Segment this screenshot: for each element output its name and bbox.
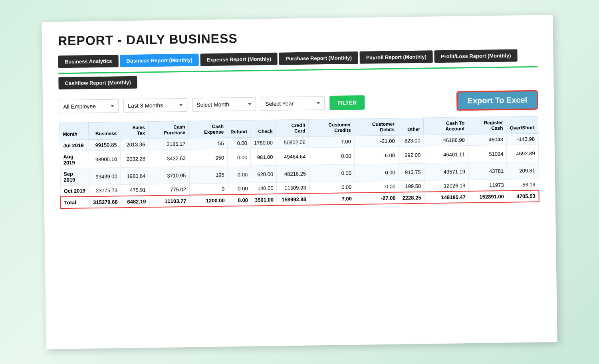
tab-expense-report[interactable]: Expense Report (Monthly) bbox=[200, 53, 278, 66]
col-cash-purchase: Cash Purchase bbox=[148, 121, 189, 138]
tabs-row1: Business Analytics Business Report (Mont… bbox=[58, 49, 538, 68]
col-month: Month bbox=[60, 123, 89, 140]
col-business: Business bbox=[89, 122, 120, 140]
year-select[interactable]: Select Year 201920202021 20222023 bbox=[261, 96, 325, 111]
tabs-row2: Cashflow Report (Monthly) bbox=[58, 71, 538, 90]
tab-purchase-report[interactable]: Purchase Report (Monthly) bbox=[279, 51, 359, 65]
tab-payroll-report[interactable]: Payroll Report (Monthly) bbox=[360, 50, 433, 64]
col-cash-expense: Cash Expense bbox=[188, 121, 227, 138]
filter-button[interactable]: FILTER bbox=[329, 95, 365, 110]
tab-cashflow-report[interactable]: Cashflow Report (Monthly) bbox=[58, 76, 137, 90]
col-sales-tax: Sales Tax bbox=[120, 122, 148, 139]
col-customer-credits: Customer Credits bbox=[309, 119, 355, 137]
col-over-short: Over/Short bbox=[506, 116, 538, 134]
col-refund: Refund bbox=[227, 120, 250, 138]
tab-business-report[interactable]: Business Report (Monthly) bbox=[120, 53, 199, 67]
col-register-cash: Register Cash bbox=[468, 117, 507, 134]
col-credit-card: Credit Card bbox=[276, 119, 309, 137]
export-button[interactable]: Export To Excel bbox=[456, 90, 538, 111]
col-customer-debits: Customer Debits bbox=[354, 118, 398, 136]
period-select[interactable]: Last 3 Months This Month Last Month Cust… bbox=[123, 98, 187, 112]
col-cash-to-account: Cash To Account bbox=[423, 117, 468, 135]
col-check: Check bbox=[250, 120, 276, 137]
report-page: REPORT - DAILY BUSINESS Business Analyti… bbox=[42, 15, 557, 349]
tab-profit-loss-report[interactable]: Profit/Loss Report (Monthly) bbox=[434, 49, 518, 63]
tab-business-analytics[interactable]: Business Analytics bbox=[58, 55, 119, 68]
page-title: REPORT - DAILY BUSINESS bbox=[58, 27, 537, 49]
col-other: Other bbox=[398, 118, 424, 135]
filter-row: All Employee Last 3 Months This Month La… bbox=[59, 90, 538, 117]
employee-select[interactable]: All Employee bbox=[59, 99, 119, 113]
month-select[interactable]: Select Month JanuaryFebruaryMarch AprilM… bbox=[192, 97, 256, 111]
report-table: Month Business Sales Tax Cash Purchase C… bbox=[59, 116, 539, 209]
